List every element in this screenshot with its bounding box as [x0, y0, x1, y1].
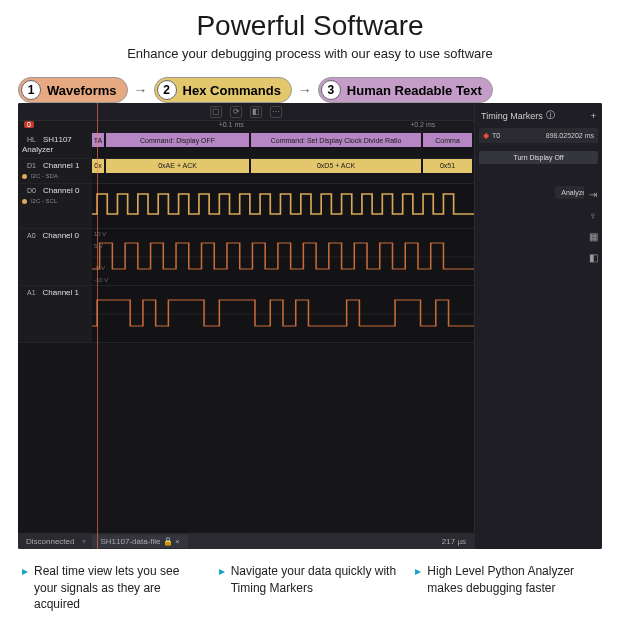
- marker-value: 898.025202 ms: [546, 132, 594, 139]
- connection-status[interactable]: Disconnected: [18, 537, 82, 546]
- info-icon[interactable]: ⓘ: [546, 109, 555, 122]
- callout-label: Hex Commands: [183, 83, 281, 98]
- marker-action[interactable]: Turn Display Off: [479, 151, 598, 164]
- callout-num: 1: [21, 80, 41, 100]
- data-block[interactable]: 0xD5 + ACK: [251, 159, 423, 173]
- data-block[interactable]: 0xAE + ACK: [106, 159, 251, 173]
- marker-label: T0: [492, 132, 500, 139]
- channel-tag: A0: [22, 230, 41, 241]
- callout-label: Human Readable Text: [347, 83, 482, 98]
- protocol-block[interactable]: Command: Set Display Clock Divide Ratio: [251, 133, 423, 147]
- feature-bullets: Real time view lets you see your signals…: [0, 549, 620, 620]
- callout-label: Waveforms: [47, 83, 117, 98]
- callout-human: 3 Human Readable Text: [318, 77, 493, 103]
- analog-row: A1 Channel 1: [18, 286, 474, 343]
- analyzer-app: ▢ ⟳ ◧ ⋯ 0 +0.1 ms +0.2 ms HL SH1107 Anal…: [18, 103, 602, 549]
- toolbar-button[interactable]: ◧: [250, 106, 262, 118]
- protocol-block[interactable]: Comma: [423, 133, 474, 147]
- ruler-zero: 0: [24, 121, 34, 128]
- arrow-icon: →: [134, 82, 148, 98]
- toolbar-button[interactable]: ⋯: [270, 106, 282, 118]
- lock-icon: 🔒: [163, 537, 173, 546]
- data-block[interactable]: 0x51: [423, 159, 474, 173]
- channel-tag: A1: [22, 287, 41, 298]
- analog-waveform[interactable]: 10 V 5 V -5 V -10 V: [92, 229, 474, 285]
- protocol-row: HL SH1107 Analyzer TA Command: Display O…: [18, 133, 474, 159]
- file-tab[interactable]: SH1107-data-file 🔒 ×: [92, 535, 187, 548]
- timing-marker[interactable]: ◆ T0 898.025202 ms: [479, 128, 598, 143]
- channel-tag: D1: [22, 160, 41, 171]
- ruler-tick: +0.1 ms: [219, 121, 244, 128]
- arrow-icon: →: [298, 82, 312, 98]
- channel-name[interactable]: Channel 1: [43, 288, 79, 297]
- callout-waveforms: 1 Waveforms: [18, 77, 128, 103]
- tool-icon[interactable]: ▦: [589, 231, 598, 242]
- channel-color-dot: [22, 174, 27, 179]
- channel-name[interactable]: Channel 0: [43, 231, 79, 240]
- channel-sub: I2C - SDA: [31, 173, 58, 179]
- channel-color-dot: [22, 199, 27, 204]
- feature-bullet: High Level Python Analyzer makes debuggi…: [415, 563, 598, 612]
- callout-row: 1 Waveforms → 2 Hex Commands → 3 Human R…: [0, 69, 620, 103]
- channel-name[interactable]: Channel 0: [43, 186, 79, 195]
- add-marker-button[interactable]: +: [591, 111, 596, 121]
- side-panel-title: Timing Markers: [481, 111, 543, 121]
- callout-hex: 2 Hex Commands: [154, 77, 292, 103]
- status-bar: Disconnected ▾ SH1107-data-file 🔒 × 217 …: [18, 533, 474, 549]
- zoom-level[interactable]: 217 µs: [442, 537, 474, 546]
- tool-icon[interactable]: ⇥: [589, 189, 597, 200]
- channel-sub: I2C - SCL: [31, 198, 57, 204]
- channel-tag: HL: [22, 134, 41, 145]
- tool-icon[interactable]: ◧: [589, 252, 598, 263]
- marker-diamond-icon: ◆: [483, 131, 489, 140]
- hero-title: Powerful Software: [20, 10, 600, 42]
- time-ruler[interactable]: 0 +0.1 ms +0.2 ms: [18, 121, 474, 133]
- axis-tick: 5 V: [94, 243, 103, 249]
- toolbar-button[interactable]: ▢: [210, 106, 222, 118]
- protocol-block[interactable]: Command: Display OFF: [106, 133, 251, 147]
- data-row: D1 Channel 1 I2C - SDA 0x 0xAE + ACK 0xD…: [18, 159, 474, 184]
- toolbar-button[interactable]: ⟳: [230, 106, 242, 118]
- analog-waveform[interactable]: [92, 286, 474, 342]
- app-toolbar: ▢ ⟳ ◧ ⋯: [18, 103, 474, 121]
- close-icon[interactable]: ×: [175, 537, 180, 546]
- data-block[interactable]: 0x: [92, 159, 106, 173]
- feature-bullet: Real time view lets you see your signals…: [22, 563, 205, 612]
- tool-icon[interactable]: ♀: [589, 210, 597, 221]
- axis-tick: -5 V: [94, 265, 105, 271]
- digital-row: D0 Channel 0 I2C - SCL: [18, 184, 474, 229]
- hero-subtitle: Enhance your debugging process with our …: [20, 46, 600, 61]
- feature-bullet: Navigate your data quickly with Timing M…: [219, 563, 402, 612]
- axis-tick: -10 V: [94, 277, 108, 283]
- callout-num: 2: [157, 80, 177, 100]
- right-tool-rail: ⇥ ♀ ▦ ◧: [584, 183, 602, 269]
- ruler-tick: +0.2 ms: [410, 121, 435, 128]
- side-panel: Timing Markers ⓘ + ◆ T0 898.025202 ms Tu…: [474, 103, 602, 549]
- channel-tag: D0: [22, 185, 41, 196]
- axis-tick: 10 V: [94, 231, 106, 237]
- digital-waveform[interactable]: [92, 184, 474, 228]
- analog-row: A0 Channel 0 10 V 5 V -5 V -10 V: [18, 229, 474, 286]
- protocol-block[interactable]: TA: [92, 133, 106, 147]
- callout-num: 3: [321, 80, 341, 100]
- channel-name[interactable]: Channel 1: [43, 161, 79, 170]
